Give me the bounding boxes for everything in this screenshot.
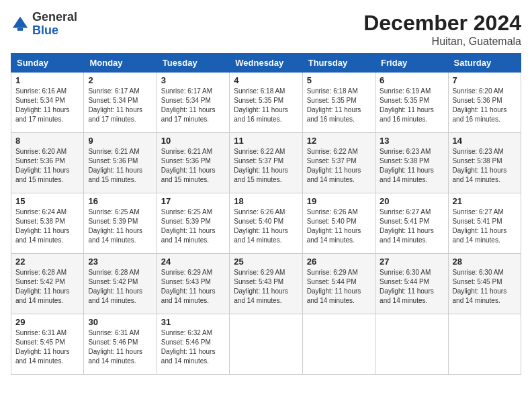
- calendar-cell: [230, 314, 302, 375]
- calendar-cell: [375, 314, 448, 375]
- header-cell-saturday: Saturday: [448, 54, 521, 73]
- calendar-cell: 9Sunrise: 6:21 AMSunset: 5:36 PMDaylight…: [84, 133, 157, 193]
- day-info: Sunrise: 6:28 AMSunset: 5:42 PMDaylight:…: [88, 268, 152, 306]
- day-info: Sunrise: 6:24 AMSunset: 5:38 PMDaylight:…: [15, 208, 79, 245]
- day-number: 4: [234, 75, 298, 85]
- day-info: Sunrise: 6:18 AMSunset: 5:35 PMDaylight:…: [307, 87, 371, 124]
- calendar-cell: 10Sunrise: 6:21 AMSunset: 5:36 PMDayligh…: [157, 133, 229, 193]
- day-number: 27: [380, 257, 443, 267]
- day-info: Sunrise: 6:30 AMSunset: 5:44 PMDaylight:…: [380, 268, 443, 306]
- calendar-cell: 21Sunrise: 6:27 AMSunset: 5:41 PMDayligh…: [448, 193, 521, 254]
- day-number: 12: [307, 136, 371, 146]
- calendar-cell: 5Sunrise: 6:18 AMSunset: 5:35 PMDaylight…: [302, 73, 375, 133]
- day-number: 2: [88, 75, 152, 85]
- month-title: December 2024: [363, 11, 521, 36]
- title-area: December 2024 Huitan, Guatemala: [363, 11, 521, 48]
- day-number: 18: [234, 196, 298, 206]
- day-info: Sunrise: 6:31 AMSunset: 5:46 PMDaylight:…: [88, 328, 152, 366]
- day-info: Sunrise: 6:20 AMSunset: 5:36 PMDaylight:…: [453, 87, 517, 124]
- calendar-table: SundayMondayTuesdayWednesdayThursdayFrid…: [11, 53, 521, 375]
- day-info: Sunrise: 6:23 AMSunset: 5:38 PMDaylight:…: [453, 147, 517, 185]
- calendar-week-2: 8Sunrise: 6:20 AMSunset: 5:36 PMDaylight…: [11, 133, 521, 193]
- header: General Blue December 2024 Huitan, Guate…: [11, 11, 521, 48]
- day-info: Sunrise: 6:29 AMSunset: 5:43 PMDaylight:…: [161, 268, 225, 306]
- calendar-cell: 16Sunrise: 6:25 AMSunset: 5:39 PMDayligh…: [84, 193, 157, 254]
- svg-rect-1: [17, 28, 23, 30]
- calendar-cell: 1Sunrise: 6:16 AMSunset: 5:34 PMDaylight…: [11, 73, 84, 133]
- day-info: Sunrise: 6:27 AMSunset: 5:41 PMDaylight:…: [380, 208, 443, 245]
- day-number: 17: [161, 196, 225, 206]
- calendar-cell: 11Sunrise: 6:22 AMSunset: 5:37 PMDayligh…: [230, 133, 302, 193]
- calendar-cell: 7Sunrise: 6:20 AMSunset: 5:36 PMDaylight…: [448, 73, 521, 133]
- calendar-cell: 22Sunrise: 6:28 AMSunset: 5:42 PMDayligh…: [11, 254, 84, 314]
- header-cell-monday: Monday: [84, 54, 157, 73]
- calendar-cell: 4Sunrise: 6:18 AMSunset: 5:35 PMDaylight…: [230, 73, 302, 133]
- day-info: Sunrise: 6:19 AMSunset: 5:35 PMDaylight:…: [380, 87, 443, 124]
- calendar-cell: 8Sunrise: 6:20 AMSunset: 5:36 PMDaylight…: [11, 133, 84, 193]
- day-number: 16: [88, 196, 152, 206]
- day-number: 20: [380, 196, 443, 206]
- calendar-cell: 14Sunrise: 6:23 AMSunset: 5:38 PMDayligh…: [448, 133, 521, 193]
- day-number: 7: [453, 75, 517, 85]
- calendar-cell: 31Sunrise: 6:32 AMSunset: 5:46 PMDayligh…: [157, 314, 229, 375]
- header-cell-tuesday: Tuesday: [157, 54, 229, 73]
- day-info: Sunrise: 6:17 AMSunset: 5:34 PMDaylight:…: [88, 87, 152, 124]
- day-number: 5: [307, 75, 371, 85]
- calendar-cell: 12Sunrise: 6:22 AMSunset: 5:37 PMDayligh…: [302, 133, 375, 193]
- day-number: 23: [88, 257, 152, 267]
- day-number: 15: [15, 196, 79, 206]
- day-info: Sunrise: 6:16 AMSunset: 5:34 PMDaylight:…: [15, 87, 79, 124]
- calendar-week-1: 1Sunrise: 6:16 AMSunset: 5:34 PMDaylight…: [11, 73, 521, 133]
- svg-marker-0: [13, 17, 28, 28]
- calendar-cell: 6Sunrise: 6:19 AMSunset: 5:35 PMDaylight…: [375, 73, 448, 133]
- day-info: Sunrise: 6:31 AMSunset: 5:45 PMDaylight:…: [15, 328, 79, 366]
- day-number: 28: [453, 257, 517, 267]
- calendar-cell: 18Sunrise: 6:26 AMSunset: 5:40 PMDayligh…: [230, 193, 302, 254]
- calendar-cell: 13Sunrise: 6:23 AMSunset: 5:38 PMDayligh…: [375, 133, 448, 193]
- day-info: Sunrise: 6:21 AMSunset: 5:36 PMDaylight:…: [161, 147, 225, 185]
- header-row: SundayMondayTuesdayWednesdayThursdayFrid…: [11, 54, 521, 73]
- calendar-cell: [302, 314, 375, 375]
- day-number: 9: [88, 136, 152, 146]
- calendar-cell: 2Sunrise: 6:17 AMSunset: 5:34 PMDaylight…: [84, 73, 157, 133]
- calendar-week-3: 15Sunrise: 6:24 AMSunset: 5:38 PMDayligh…: [11, 193, 521, 254]
- day-number: 13: [380, 136, 443, 146]
- header-cell-sunday: Sunday: [11, 54, 84, 73]
- day-info: Sunrise: 6:20 AMSunset: 5:36 PMDaylight:…: [15, 147, 79, 185]
- calendar-cell: 24Sunrise: 6:29 AMSunset: 5:43 PMDayligh…: [157, 254, 229, 314]
- day-info: Sunrise: 6:22 AMSunset: 5:37 PMDaylight:…: [234, 147, 298, 185]
- day-info: Sunrise: 6:26 AMSunset: 5:40 PMDaylight:…: [307, 208, 371, 245]
- calendar-cell: 27Sunrise: 6:30 AMSunset: 5:44 PMDayligh…: [375, 254, 448, 314]
- logo: General Blue: [11, 11, 77, 38]
- day-number: 11: [234, 136, 298, 146]
- calendar-cell: 3Sunrise: 6:17 AMSunset: 5:34 PMDaylight…: [157, 73, 229, 133]
- day-info: Sunrise: 6:32 AMSunset: 5:46 PMDaylight:…: [161, 328, 225, 366]
- day-number: 19: [307, 196, 371, 206]
- header-cell-thursday: Thursday: [302, 54, 375, 73]
- header-cell-friday: Friday: [375, 54, 448, 73]
- day-info: Sunrise: 6:25 AMSunset: 5:39 PMDaylight:…: [161, 208, 225, 245]
- calendar-cell: [448, 314, 521, 375]
- day-number: 31: [161, 317, 225, 327]
- header-cell-wednesday: Wednesday: [230, 54, 302, 73]
- calendar-header: SundayMondayTuesdayWednesdayThursdayFrid…: [11, 54, 521, 73]
- logo-blue-text: Blue: [32, 24, 58, 37]
- day-info: Sunrise: 6:18 AMSunset: 5:35 PMDaylight:…: [234, 87, 298, 124]
- calendar-cell: 19Sunrise: 6:26 AMSunset: 5:40 PMDayligh…: [302, 193, 375, 254]
- day-info: Sunrise: 6:22 AMSunset: 5:37 PMDaylight:…: [307, 147, 371, 185]
- calendar-body: 1Sunrise: 6:16 AMSunset: 5:34 PMDaylight…: [11, 73, 521, 375]
- calendar-cell: 15Sunrise: 6:24 AMSunset: 5:38 PMDayligh…: [11, 193, 84, 254]
- day-info: Sunrise: 6:21 AMSunset: 5:36 PMDaylight:…: [88, 147, 152, 185]
- day-number: 8: [15, 136, 79, 146]
- day-info: Sunrise: 6:25 AMSunset: 5:39 PMDaylight:…: [88, 208, 152, 245]
- location-title: Huitan, Guatemala: [363, 36, 521, 48]
- day-number: 24: [161, 257, 225, 267]
- calendar-cell: 17Sunrise: 6:25 AMSunset: 5:39 PMDayligh…: [157, 193, 229, 254]
- day-info: Sunrise: 6:28 AMSunset: 5:42 PMDaylight:…: [15, 268, 79, 306]
- calendar-cell: 25Sunrise: 6:29 AMSunset: 5:43 PMDayligh…: [230, 254, 302, 314]
- calendar-week-4: 22Sunrise: 6:28 AMSunset: 5:42 PMDayligh…: [11, 254, 521, 314]
- day-info: Sunrise: 6:30 AMSunset: 5:45 PMDaylight:…: [453, 268, 517, 306]
- day-number: 14: [453, 136, 517, 146]
- day-number: 30: [88, 317, 152, 327]
- day-number: 22: [15, 257, 79, 267]
